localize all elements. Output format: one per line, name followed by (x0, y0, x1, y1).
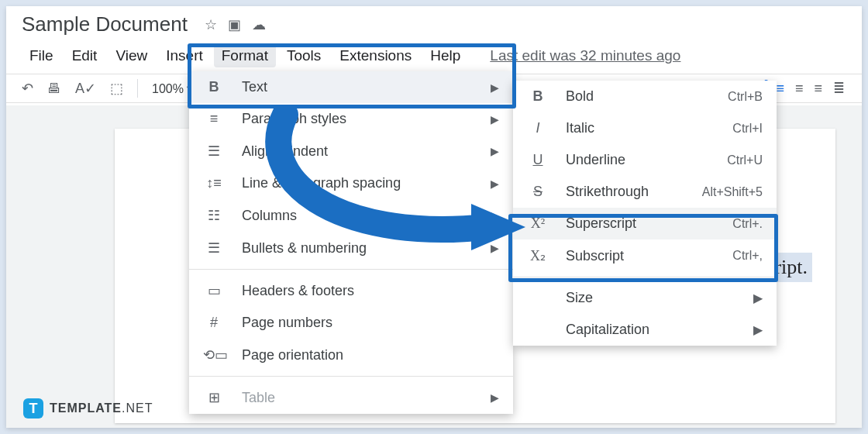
subscript-shortcut: Ctrl+, (732, 249, 763, 263)
format-page-numbers[interactable]: # Page numbers (189, 307, 513, 339)
cloud-icon[interactable]: ☁ (252, 16, 266, 33)
list-icon: ☰ (203, 239, 225, 257)
format-orientation-label: Page orientation (242, 347, 343, 363)
brand-logo-icon: T (23, 398, 43, 418)
text-italic[interactable]: I Italic Ctrl+I (513, 112, 777, 144)
text-size[interactable]: Size ▶ (513, 282, 777, 314)
text-underline[interactable]: U Underline Ctrl+U (513, 144, 777, 176)
text-submenu: B Bold Ctrl+B I Italic Ctrl+I U Underlin… (513, 81, 777, 346)
title-row: Sample Document ☆ ▣ ☁ (22, 12, 846, 36)
format-line-spacing[interactable]: ↕≡ Line & paragraph spacing ▶ (189, 167, 513, 199)
chevron-right-icon: ▶ (491, 113, 499, 126)
menu-divider (189, 269, 513, 270)
format-bullets-numbering[interactable]: ☰ Bullets & numbering ▶ (189, 232, 513, 264)
format-paint-icon[interactable]: ⬚ (110, 80, 123, 97)
bold-shortcut: Ctrl+B (728, 90, 763, 104)
text-superscript[interactable]: X² Superscript Ctrl+. (513, 208, 777, 239)
table-icon: ⊞ (203, 389, 225, 406)
hash-icon: # (203, 315, 225, 331)
underline-icon: U (527, 152, 549, 168)
size-label: Size (566, 290, 593, 306)
menu-tools[interactable]: Tools (279, 44, 329, 67)
toolbar-separator (137, 79, 138, 98)
chevron-right-icon: ▶ (491, 242, 499, 254)
format-table-label: Table (242, 390, 275, 406)
chevron-right-icon: ▶ (491, 145, 499, 157)
print-icon[interactable]: 🖶 (47, 81, 61, 97)
menu-edit[interactable]: Edit (64, 44, 105, 67)
subscript-label: Subscript (566, 248, 624, 264)
format-columns-label: Columns (242, 208, 297, 224)
align-center-icon[interactable]: ≡ (795, 81, 804, 97)
brand-text: TEMPLATE.NET (50, 401, 153, 415)
toolbar-right: ▎≡ ≡ ≡ ≣ (765, 80, 845, 97)
header: Sample Document ☆ ▣ ☁ File Edit View Ins… (6, 6, 862, 74)
format-align-label: Align & indent (242, 143, 328, 160)
format-linespacing-label: Line & paragraph spacing (242, 175, 401, 191)
chevron-right-icon: ▶ (491, 209, 499, 222)
menu-view[interactable]: View (108, 44, 155, 67)
bold-icon: B (527, 88, 549, 105)
format-text[interactable]: B Text ▶ (189, 71, 513, 103)
format-table[interactable]: ⊞ Table ▶ (189, 381, 513, 414)
headers-icon: ▭ (203, 282, 225, 299)
title-icons: ☆ ▣ ☁ (197, 16, 266, 33)
format-pagenum-label: Page numbers (242, 315, 332, 331)
chevron-right-icon: ▶ (753, 291, 763, 305)
text-subscript[interactable]: X₂ Subscript Ctrl+, (513, 239, 777, 272)
menu-divider (513, 277, 777, 277)
chevron-right-icon: ▶ (491, 81, 499, 94)
menu-format[interactable]: Format (214, 44, 276, 67)
move-icon[interactable]: ▣ (228, 16, 241, 33)
format-paragraph-styles[interactable]: ≡ Paragraph styles ▶ (189, 103, 513, 135)
menu-divider (189, 376, 513, 377)
capitalization-label: Capitalization (566, 322, 649, 338)
format-menu: B Text ▶ ≡ Paragraph styles ▶ ☰ Align & … (189, 71, 513, 414)
strike-shortcut: Alt+Shift+5 (702, 185, 763, 199)
orientation-icon: ⟲▭ (203, 346, 225, 363)
chevron-right-icon: ▶ (491, 177, 499, 190)
menu-help[interactable]: Help (422, 44, 468, 67)
text-bold[interactable]: B Bold Ctrl+B (513, 81, 777, 112)
bold-icon: B (203, 79, 225, 95)
spellcheck-icon[interactable]: A✓ (75, 80, 96, 97)
superscript-shortcut: Ctrl+. (732, 217, 763, 231)
align-icon: ☰ (203, 143, 225, 160)
italic-label: Italic (566, 120, 594, 136)
last-edit-link[interactable]: Last edit was 32 minutes ago (490, 47, 680, 64)
google-docs-window: Sample Document ☆ ▣ ☁ File Edit View Ins… (6, 6, 862, 428)
format-headers-label: Headers & footers (242, 283, 354, 299)
align-right-icon[interactable]: ≡ (814, 81, 822, 97)
columns-icon: ☷ (203, 207, 225, 224)
superscript-label: Superscript (566, 215, 636, 232)
paragraph-icon: ≡ (203, 111, 225, 127)
text-capitalization[interactable]: Capitalization ▶ (513, 314, 777, 346)
chevron-right-icon: ▶ (753, 322, 763, 337)
format-columns[interactable]: ☷ Columns ▶ (189, 199, 513, 232)
format-align-indent[interactable]: ☰ Align & indent ▶ (189, 135, 513, 167)
line-spacing-icon: ↕≡ (203, 175, 225, 191)
format-headers-footers[interactable]: ▭ Headers & footers (189, 274, 513, 307)
menu-file[interactable]: File (22, 44, 61, 67)
align-justify-icon[interactable]: ≣ (833, 80, 845, 97)
format-paragraph-label: Paragraph styles (242, 111, 346, 127)
bold-label: Bold (566, 88, 594, 105)
menu-extensions[interactable]: Extensions (332, 44, 419, 67)
underline-label: Underline (566, 152, 625, 168)
zoom-dropdown[interactable]: 100% ▾ (152, 81, 193, 96)
format-page-orientation[interactable]: ⟲▭ Page orientation (189, 339, 513, 371)
underline-shortcut: Ctrl+U (727, 153, 763, 167)
menubar: File Edit View Insert Format Tools Exten… (22, 36, 846, 74)
strike-label: Strikethrough (566, 184, 649, 200)
menu-insert[interactable]: Insert (158, 44, 211, 67)
italic-shortcut: Ctrl+I (732, 122, 763, 136)
italic-icon: I (527, 120, 549, 136)
chevron-right-icon: ▶ (491, 391, 499, 404)
text-strikethrough[interactable]: S Strikethrough Alt+Shift+5 (513, 176, 777, 208)
watermark: T TEMPLATE.NET (23, 398, 153, 418)
superscript-icon: X² (527, 215, 549, 232)
doc-title[interactable]: Sample Document (22, 12, 188, 36)
star-icon[interactable]: ☆ (205, 16, 217, 33)
format-bullets-label: Bullets & numbering (242, 240, 367, 257)
undo-icon[interactable]: ↶ (22, 80, 33, 97)
